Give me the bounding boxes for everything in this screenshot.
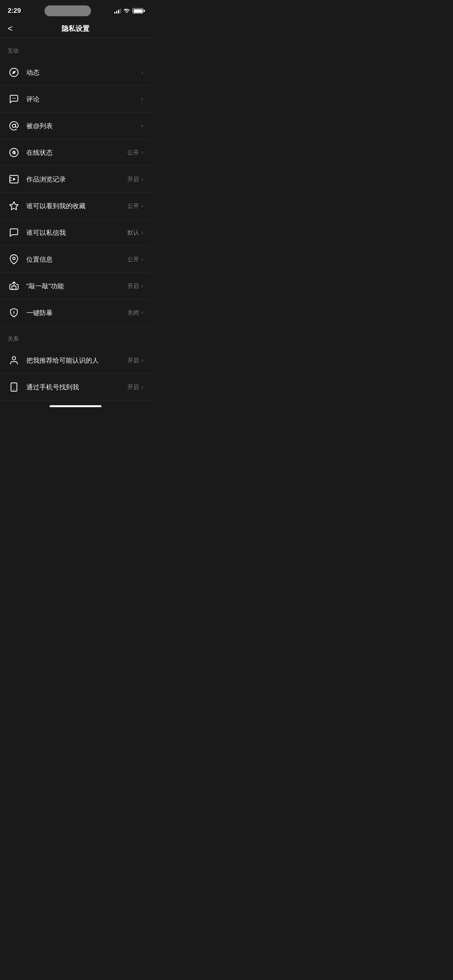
home-indicator xyxy=(0,401,151,410)
menu-item-knock[interactable]: "敲一敲"功能 开启 › xyxy=(0,273,151,300)
anti-harassment-value: 关闭 xyxy=(127,309,139,317)
menu-item-find-by-phone[interactable]: 通过手机号找到我 开启 › xyxy=(0,374,151,401)
person-icon xyxy=(8,354,20,367)
online-status-value: 公开 xyxy=(127,149,139,156)
location-icon xyxy=(8,253,20,266)
shield-icon xyxy=(8,307,20,319)
svg-point-3 xyxy=(14,98,14,99)
svg-point-5 xyxy=(12,124,16,128)
recommend-me-label: 把我推荐给可能认识的人 xyxy=(26,356,127,365)
knock-icon xyxy=(8,280,20,292)
online-status-icon xyxy=(8,146,20,159)
menu-item-browse-history[interactable]: 作品浏览记录 开启 › xyxy=(0,166,151,193)
browse-history-icon xyxy=(8,173,20,185)
menu-item-online-status[interactable]: 在线状态 公开 › xyxy=(0,139,151,166)
who-dm-me-label: 谁可以私信我 xyxy=(26,228,127,237)
status-time: 2:29 xyxy=(8,7,21,15)
anti-harassment-arrow: › xyxy=(141,309,143,316)
anti-harassment-label: 一键防暴 xyxy=(26,308,127,317)
nav-bar: < 隐私设置 xyxy=(0,19,151,38)
signal-icon xyxy=(114,8,121,14)
comment-icon xyxy=(8,93,20,105)
svg-marker-1 xyxy=(12,70,15,74)
location-arrow: › xyxy=(141,256,143,263)
phone-find-icon xyxy=(8,381,20,393)
comment-label: 评论 xyxy=(26,95,139,104)
who-see-collect-arrow: › xyxy=(141,202,143,209)
at-list-label: 被@列表 xyxy=(26,122,139,130)
find-by-phone-arrow: › xyxy=(141,384,143,391)
browse-history-value: 开启 xyxy=(127,176,139,183)
home-bar xyxy=(50,405,101,407)
section-header-relationship: 关系 xyxy=(0,326,151,347)
menu-item-comment[interactable]: 评论 › xyxy=(0,86,151,113)
svg-rect-16 xyxy=(11,383,17,391)
section-header-interaction: 互动 xyxy=(0,38,151,59)
back-button[interactable]: < xyxy=(8,24,13,34)
battery-icon xyxy=(132,8,143,14)
compass-icon xyxy=(8,66,20,79)
status-icons xyxy=(114,8,143,14)
browse-history-label: 作品浏览记录 xyxy=(26,175,127,184)
location-label: 位置信息 xyxy=(26,255,127,264)
who-dm-me-value: 默认 xyxy=(127,229,139,236)
location-value: 公开 xyxy=(127,256,139,263)
menu-item-who-see-collect[interactable]: 谁可以看到我的收藏 公开 › xyxy=(0,193,151,219)
at-icon xyxy=(8,120,20,132)
svg-point-2 xyxy=(12,98,13,99)
menu-item-anti-harassment[interactable]: 一键防暴 关闭 › xyxy=(0,300,151,326)
find-by-phone-label: 通过手机号找到我 xyxy=(26,383,127,392)
dynamic-label: 动态 xyxy=(26,68,139,77)
recommend-me-value: 开启 xyxy=(127,357,139,364)
dynamic-arrow: › xyxy=(141,69,143,76)
svg-marker-9 xyxy=(13,178,16,181)
who-see-collect-value: 公开 xyxy=(127,202,139,210)
menu-list: 互动 动态 › 评论 › xyxy=(0,38,151,401)
svg-point-11 xyxy=(13,257,15,260)
status-pill xyxy=(45,5,91,16)
knock-arrow: › xyxy=(141,283,143,290)
status-bar: 2:29 xyxy=(0,0,151,19)
find-by-phone-value: 开启 xyxy=(127,384,139,391)
menu-item-location[interactable]: 位置信息 公开 › xyxy=(0,246,151,273)
message-icon xyxy=(8,226,20,239)
star-icon xyxy=(8,200,20,212)
page-title: 隐私设置 xyxy=(62,24,89,33)
recommend-me-arrow: › xyxy=(141,357,143,364)
svg-point-4 xyxy=(15,98,15,99)
who-dm-me-arrow: › xyxy=(141,229,143,236)
knock-value: 开启 xyxy=(127,283,139,290)
svg-point-15 xyxy=(12,356,16,360)
menu-item-at-list[interactable]: 被@列表 › xyxy=(0,113,151,139)
who-see-collect-label: 谁可以看到我的收藏 xyxy=(26,202,127,211)
online-status-arrow: › xyxy=(141,149,143,156)
menu-item-who-dm-me[interactable]: 谁可以私信我 默认 › xyxy=(0,219,151,246)
knock-label: "敲一敲"功能 xyxy=(26,282,127,291)
online-status-label: 在线状态 xyxy=(26,148,127,157)
svg-rect-12 xyxy=(12,286,16,290)
menu-item-dynamic[interactable]: 动态 › xyxy=(0,59,151,86)
at-list-arrow: › xyxy=(141,122,143,129)
browse-history-arrow: › xyxy=(141,176,143,183)
menu-item-recommend-me[interactable]: 把我推荐给可能认识的人 开启 › xyxy=(0,347,151,374)
comment-arrow: › xyxy=(141,96,143,103)
svg-marker-10 xyxy=(10,202,18,210)
wifi-icon xyxy=(124,8,130,14)
